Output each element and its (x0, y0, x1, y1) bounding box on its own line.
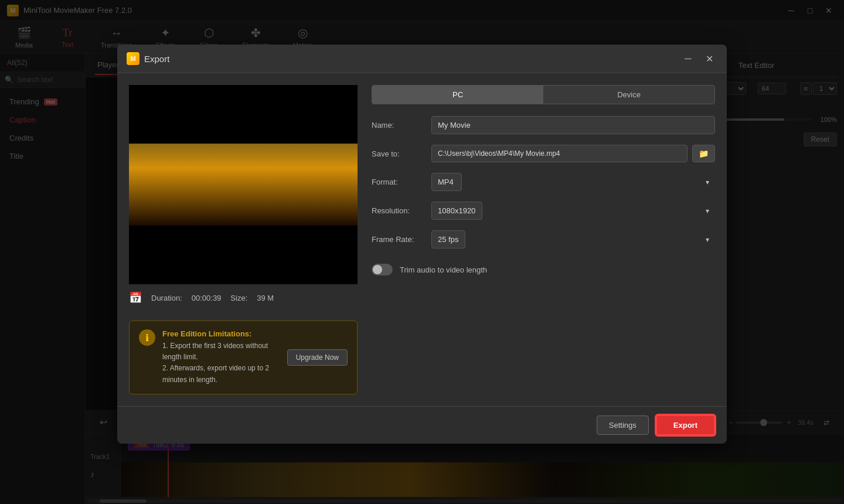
save-to-form-label: Save to: (372, 149, 424, 158)
dialog-preview: 📅 Duration: 00:00:39 Size: 39 M ℹ Free E… (129, 85, 358, 394)
trim-audio-label: Trim audio to video length (400, 265, 487, 274)
resolution-form-label: Resolution: (372, 206, 424, 215)
dialog-titlebar-controls: ─ ✕ (680, 50, 717, 67)
dialog-titlebar: M Export ─ ✕ (117, 45, 727, 73)
export-dialog: M Export ─ ✕ 📅 Duration: 00:00:39 Size: … (117, 45, 727, 444)
preview-canvas (129, 85, 358, 284)
preview-info: 📅 Duration: 00:00:39 Size: 39 M (129, 284, 358, 311)
export-confirm-button[interactable]: Export (656, 415, 715, 435)
limitations-content: Free Edition Limitations: 1. Export the … (162, 329, 280, 386)
preview-calendar-icon: 📅 (129, 291, 142, 304)
browse-button[interactable]: 📁 (692, 145, 715, 162)
mode-toggle: PC Device (372, 85, 715, 104)
duration-value: 00:00:39 (192, 294, 222, 302)
device-mode-button[interactable]: Device (543, 86, 714, 104)
limitations-title: Free Edition Limitations: (162, 329, 280, 338)
upgrade-now-button[interactable]: Upgrade Now (287, 349, 348, 366)
dialog-minimize-button[interactable]: ─ (680, 50, 696, 67)
name-row: Name: (372, 116, 715, 134)
trim-audio-row: Trim audio to video length (372, 264, 715, 275)
resolution-select-wrapper: 1080x1920 1920x1080 1280x720 (431, 202, 715, 220)
duration-label: Duration: (151, 294, 182, 302)
frame-rate-select-wrapper: 25 fps 30 fps 60 fps (431, 230, 715, 248)
resolution-row: Resolution: 1080x1920 1920x1080 1280x720 (372, 202, 715, 220)
size-label: Size: (230, 294, 247, 302)
dialog-footer: Settings Export (117, 406, 727, 444)
dialog-logo: M (127, 52, 139, 65)
settings-button[interactable]: Settings (597, 416, 649, 435)
limitations-banner: ℹ Free Edition Limitations: 1. Export th… (129, 321, 358, 394)
dialog-settings: PC Device Name: Save to: 📁 Format: (372, 85, 715, 394)
limitations-text: 1. Export the first 3 videos without len… (162, 340, 280, 386)
format-form-label: Format: (372, 178, 424, 186)
format-row: Format: MP4 MOV AVI (372, 173, 715, 191)
dialog-body: 📅 Duration: 00:00:39 Size: 39 M ℹ Free E… (117, 73, 727, 406)
dialog-close-button[interactable]: ✕ (701, 50, 717, 67)
format-select[interactable]: MP4 MOV AVI (431, 173, 462, 191)
frame-rate-row: Frame Rate: 25 fps 30 fps 60 fps (372, 230, 715, 248)
size-value: 39 M (257, 294, 274, 302)
save-to-input-group: 📁 (431, 145, 715, 162)
preview-gold (129, 144, 358, 226)
format-select-wrapper: MP4 MOV AVI (431, 173, 715, 191)
frame-rate-form-label: Frame Rate: (372, 235, 424, 244)
name-form-label: Name: (372, 121, 424, 130)
dialog-title-text: Export (144, 54, 169, 64)
resolution-select[interactable]: 1080x1920 1920x1080 1280x720 (431, 202, 482, 220)
preview-top-black (129, 85, 358, 144)
save-to-row: Save to: 📁 (372, 145, 715, 162)
dialog-title-left: M Export (127, 52, 169, 65)
frame-rate-select[interactable]: 25 fps 30 fps 60 fps (431, 230, 465, 248)
name-input[interactable] (431, 116, 715, 134)
trim-audio-toggle[interactable] (372, 264, 393, 275)
limitations-info-icon: ℹ (139, 329, 155, 346)
pc-mode-button[interactable]: PC (372, 86, 543, 104)
save-path-input[interactable] (431, 145, 688, 162)
preview-bottom-black (129, 226, 358, 284)
